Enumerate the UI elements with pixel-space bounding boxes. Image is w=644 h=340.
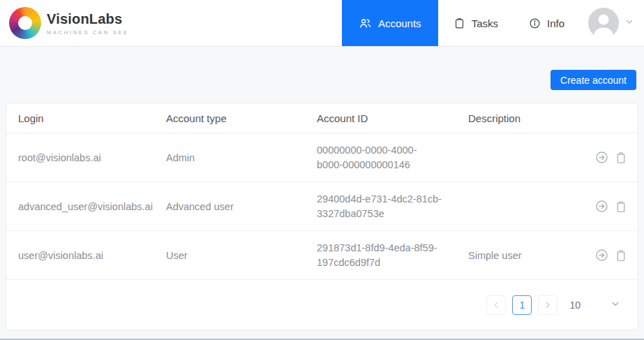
go-to-account-icon[interactable]	[594, 150, 609, 165]
chevron-right-icon	[543, 300, 553, 310]
page-size-chevron-down-icon[interactable]	[610, 298, 621, 312]
clipboard-icon	[454, 17, 465, 29]
pagination-prev-button[interactable]	[486, 295, 506, 315]
column-header-account-id: Account ID	[305, 112, 456, 124]
accounts-table: Login Account type Account ID Descriptio…	[6, 103, 638, 330]
avatar[interactable]	[588, 8, 619, 38]
brand-name: VisionLabs	[47, 11, 129, 27]
column-header-login: Login	[6, 112, 154, 124]
delete-icon[interactable]	[614, 200, 628, 214]
column-header-description: Description	[456, 112, 593, 124]
toolbar: Create account	[0, 47, 644, 90]
cell-login: root@visionlabs.ai	[6, 152, 154, 163]
delete-icon[interactable]	[614, 249, 628, 263]
cell-login: user@visionlabs.ai	[6, 250, 154, 261]
user-menu-chevron-down-icon[interactable]	[624, 17, 634, 29]
info-circle-icon	[529, 17, 541, 29]
go-to-account-icon[interactable]	[594, 248, 609, 263]
table-row: user@visionlabs.ai User 291873d1-8fd9-4e…	[6, 231, 638, 280]
table-row: root@visionlabs.ai Admin 00000000-0000-4…	[6, 133, 638, 182]
tab-accounts[interactable]: Accounts	[342, 0, 438, 46]
user-menu	[580, 8, 644, 38]
table-header-row: Login Account type Account ID Descriptio…	[6, 103, 638, 133]
column-header-account-type: Account type	[154, 112, 305, 124]
cell-account-type: Advanced user	[154, 201, 305, 212]
tab-info-label: Info	[547, 17, 564, 29]
cell-account-id: 291873d1-8fd9-4eda-8f59- 197cdc6d9f7d	[305, 241, 456, 270]
page-size-value[interactable]: 10	[569, 300, 581, 311]
people-icon	[359, 17, 372, 30]
table-footer: 1 10	[6, 280, 638, 330]
cell-account-type: Admin	[154, 152, 305, 163]
delete-icon[interactable]	[614, 151, 628, 165]
app-header: VisionLabs MACHINES CAN SEE Accounts	[0, 0, 644, 47]
brand-logo: VisionLabs MACHINES CAN SEE	[0, 7, 129, 39]
tab-accounts-label: Accounts	[378, 17, 421, 29]
avatar-person-icon	[588, 8, 619, 38]
cell-account-type: User	[154, 250, 305, 261]
cell-login: advanced_user@visionlabs.ai	[6, 201, 154, 212]
pagination-page-1-button[interactable]: 1	[512, 295, 532, 315]
cell-description: Simple user	[456, 250, 593, 261]
brand-tagline: MACHINES CAN SEE	[47, 29, 129, 36]
create-account-button[interactable]: Create account	[551, 70, 636, 90]
table-row: advanced_user@visionlabs.ai Advanced use…	[6, 182, 638, 231]
cell-account-id: 00000000-0000-4000- b000-000000000146	[305, 143, 456, 172]
tab-tasks[interactable]: Tasks	[438, 0, 514, 46]
pagination-next-button[interactable]	[538, 295, 557, 315]
chevron-left-icon	[491, 300, 501, 310]
cell-account-id: 29400d4d-e731-4dc2-81cb- 3327dba0753e	[305, 192, 456, 221]
go-to-account-icon[interactable]	[594, 199, 609, 214]
visionlabs-logo-icon	[9, 7, 41, 39]
tab-tasks-label: Tasks	[472, 17, 498, 29]
main-nav: Accounts Tasks Info	[342, 0, 580, 46]
tab-info[interactable]: Info	[514, 0, 580, 46]
